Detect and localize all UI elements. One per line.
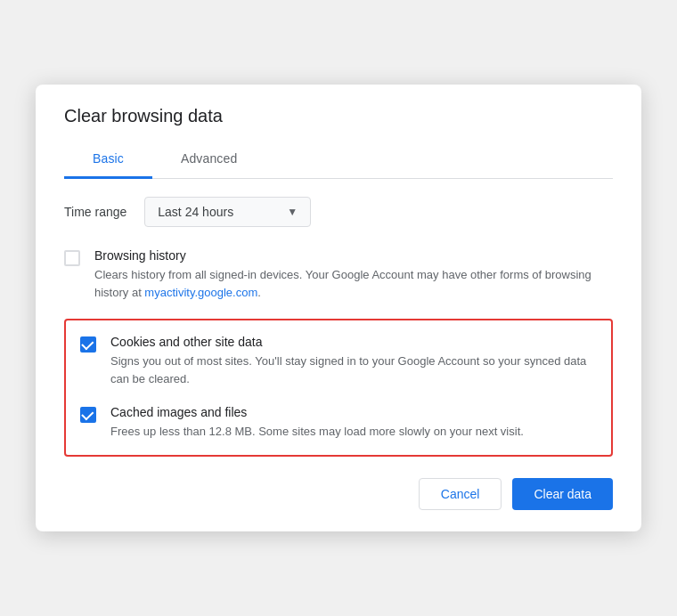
cached-description: Frees up less than 12.8 MB. Some sites m… (110, 423, 597, 441)
time-range-select[interactable]: Last 24 hours ▼ (144, 197, 311, 227)
cookies-checkbox[interactable] (80, 336, 96, 353)
clear-data-button[interactable]: Clear data (512, 478, 613, 510)
time-range-row: Time range Last 24 hours ▼ (64, 197, 613, 227)
time-range-label: Time range (64, 205, 126, 219)
cookies-item: Cookies and other site data Signs you ou… (80, 335, 597, 387)
browsing-history-checkbox[interactable] (64, 250, 80, 266)
dropdown-arrow-icon: ▼ (287, 206, 298, 218)
browsing-history-title: Browsing history (94, 248, 613, 263)
dialog-footer: Cancel Clear data (64, 478, 613, 510)
tabs-container: Basic Advanced (64, 141, 613, 179)
cached-checkbox[interactable] (80, 407, 96, 423)
time-range-value: Last 24 hours (158, 205, 233, 219)
cookies-description: Signs you out of most sites. You'll stay… (110, 353, 597, 387)
tab-basic[interactable]: Basic (64, 141, 152, 179)
cached-title: Cached images and files (110, 405, 597, 419)
tab-advanced[interactable]: Advanced (152, 141, 265, 179)
highlighted-section: Cookies and other site data Signs you ou… (64, 319, 613, 457)
cached-item: Cached images and files Frees up less th… (80, 405, 597, 441)
browsing-history-item: Browsing history Clears history from all… (64, 248, 613, 301)
dialog-title: Clear browsing data (64, 106, 613, 126)
clear-browsing-data-dialog: Clear browsing data Basic Advanced Time … (36, 85, 641, 531)
browsing-history-description: Clears history from all signed-in device… (94, 266, 613, 301)
cancel-button[interactable]: Cancel (419, 478, 502, 510)
myactivity-link[interactable]: myactivity.google.com (144, 286, 257, 299)
cookies-title: Cookies and other site data (110, 335, 597, 349)
